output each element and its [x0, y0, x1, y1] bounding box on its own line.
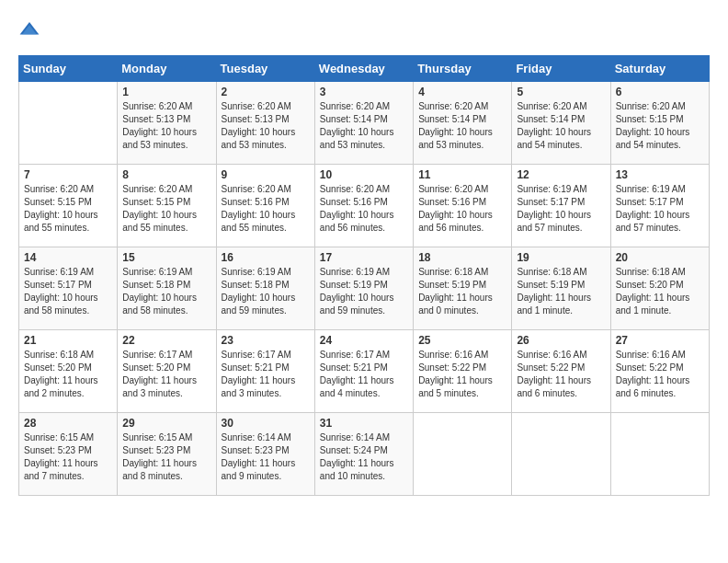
day-number: 27 — [616, 334, 704, 347]
calendar-cell: 11Sunrise: 6:20 AM Sunset: 5:16 PM Dayli… — [414, 165, 512, 247]
header-day: Friday — [512, 56, 610, 82]
day-info: Sunrise: 6:19 AM Sunset: 5:19 PM Dayligh… — [320, 266, 408, 317]
day-number: 1 — [122, 86, 210, 98]
header-row: SundayMondayTuesdayWednesdayThursdayFrid… — [19, 56, 710, 82]
day-info: Sunrise: 6:15 AM Sunset: 5:23 PM Dayligh… — [122, 431, 210, 483]
day-info: Sunrise: 6:19 AM Sunset: 5:18 PM Dayligh… — [222, 266, 310, 317]
header-day: Sunday — [19, 56, 118, 82]
day-info: Sunrise: 6:16 AM Sunset: 5:22 PM Dayligh… — [418, 349, 506, 400]
calendar-cell: 23Sunrise: 6:17 AM Sunset: 5:21 PM Dayli… — [216, 330, 314, 413]
day-info: Sunrise: 6:20 AM Sunset: 5:13 PM Dayligh… — [122, 100, 210, 152]
calendar-week-row: 7Sunrise: 6:20 AM Sunset: 5:15 PM Daylig… — [19, 165, 710, 247]
calendar-cell: 13Sunrise: 6:19 AM Sunset: 5:17 PM Dayli… — [610, 165, 709, 247]
day-info: Sunrise: 6:20 AM Sunset: 5:13 PM Dayligh… — [222, 100, 310, 152]
calendar-cell: 26Sunrise: 6:16 AM Sunset: 5:22 PM Dayli… — [512, 330, 610, 413]
day-info: Sunrise: 6:16 AM Sunset: 5:22 PM Dayligh… — [616, 349, 704, 400]
day-info: Sunrise: 6:20 AM Sunset: 5:16 PM Dayligh… — [320, 183, 408, 235]
calendar-cell: 3Sunrise: 6:20 AM Sunset: 5:14 PM Daylig… — [314, 82, 413, 165]
day-info: Sunrise: 6:20 AM Sunset: 5:16 PM Dayligh… — [418, 183, 506, 235]
calendar-cell: 20Sunrise: 6:18 AM Sunset: 5:20 PM Dayli… — [610, 247, 709, 330]
day-number: 22 — [122, 334, 210, 347]
day-number: 3 — [320, 86, 408, 98]
calendar-week-row: 14Sunrise: 6:19 AM Sunset: 5:17 PM Dayli… — [19, 247, 710, 330]
calendar-cell: 14Sunrise: 6:19 AM Sunset: 5:17 PM Dayli… — [19, 247, 118, 330]
calendar-cell — [610, 413, 709, 496]
day-number: 9 — [222, 168, 310, 181]
day-number: 2 — [222, 86, 310, 98]
calendar-cell — [414, 413, 512, 496]
calendar-table: SundayMondayTuesdayWednesdayThursdayFrid… — [18, 55, 710, 496]
day-info: Sunrise: 6:18 AM Sunset: 5:19 PM Dayligh… — [517, 266, 605, 317]
calendar-cell: 9Sunrise: 6:20 AM Sunset: 5:16 PM Daylig… — [216, 165, 314, 247]
day-number: 10 — [320, 168, 408, 181]
day-info: Sunrise: 6:19 AM Sunset: 5:17 PM Dayligh… — [517, 183, 605, 235]
page-header — [18, 18, 710, 40]
day-info: Sunrise: 6:18 AM Sunset: 5:20 PM Dayligh… — [24, 349, 112, 400]
day-number: 23 — [222, 334, 310, 347]
day-info: Sunrise: 6:20 AM Sunset: 5:14 PM Dayligh… — [418, 100, 506, 152]
calendar-cell: 12Sunrise: 6:19 AM Sunset: 5:17 PM Dayli… — [512, 165, 610, 247]
day-number: 6 — [616, 86, 704, 98]
calendar-cell: 16Sunrise: 6:19 AM Sunset: 5:18 PM Dayli… — [216, 247, 314, 330]
calendar-cell: 15Sunrise: 6:19 AM Sunset: 5:18 PM Dayli… — [118, 247, 216, 330]
calendar-cell: 2Sunrise: 6:20 AM Sunset: 5:13 PM Daylig… — [216, 82, 314, 165]
day-info: Sunrise: 6:17 AM Sunset: 5:21 PM Dayligh… — [222, 349, 310, 400]
day-number: 5 — [517, 86, 605, 98]
calendar-cell: 6Sunrise: 6:20 AM Sunset: 5:15 PM Daylig… — [610, 82, 709, 165]
calendar-cell — [512, 413, 610, 496]
calendar-cell: 22Sunrise: 6:17 AM Sunset: 5:20 PM Dayli… — [118, 330, 216, 413]
calendar-cell: 7Sunrise: 6:20 AM Sunset: 5:15 PM Daylig… — [19, 165, 118, 247]
day-info: Sunrise: 6:14 AM Sunset: 5:23 PM Dayligh… — [222, 431, 310, 483]
day-info: Sunrise: 6:20 AM Sunset: 5:16 PM Dayligh… — [222, 183, 310, 235]
calendar-cell: 17Sunrise: 6:19 AM Sunset: 5:19 PM Dayli… — [314, 247, 413, 330]
day-number: 26 — [517, 334, 605, 347]
day-info: Sunrise: 6:18 AM Sunset: 5:19 PM Dayligh… — [418, 266, 506, 317]
day-info: Sunrise: 6:20 AM Sunset: 5:15 PM Dayligh… — [616, 100, 704, 152]
header-day: Thursday — [414, 56, 512, 82]
calendar-cell: 10Sunrise: 6:20 AM Sunset: 5:16 PM Dayli… — [314, 165, 413, 247]
day-number: 24 — [320, 334, 408, 347]
day-number: 7 — [24, 168, 112, 181]
calendar-cell: 1Sunrise: 6:20 AM Sunset: 5:13 PM Daylig… — [118, 82, 216, 165]
day-info: Sunrise: 6:18 AM Sunset: 5:20 PM Dayligh… — [616, 266, 704, 317]
day-info: Sunrise: 6:20 AM Sunset: 5:15 PM Dayligh… — [122, 183, 210, 235]
day-number: 31 — [320, 417, 408, 430]
day-info: Sunrise: 6:14 AM Sunset: 5:24 PM Dayligh… — [320, 431, 408, 483]
day-number: 19 — [517, 251, 605, 264]
calendar-cell: 29Sunrise: 6:15 AM Sunset: 5:23 PM Dayli… — [118, 413, 216, 496]
calendar-cell — [19, 82, 118, 165]
header-day: Saturday — [610, 56, 709, 82]
day-number: 13 — [616, 168, 704, 181]
header-day: Wednesday — [314, 56, 413, 82]
day-info: Sunrise: 6:19 AM Sunset: 5:17 PM Dayligh… — [24, 266, 112, 317]
day-number: 29 — [122, 417, 210, 430]
calendar-cell: 25Sunrise: 6:16 AM Sunset: 5:22 PM Dayli… — [414, 330, 512, 413]
day-info: Sunrise: 6:20 AM Sunset: 5:15 PM Dayligh… — [24, 183, 112, 235]
day-info: Sunrise: 6:19 AM Sunset: 5:17 PM Dayligh… — [616, 183, 704, 235]
day-number: 15 — [122, 251, 210, 264]
logo-icon — [18, 18, 40, 40]
day-info: Sunrise: 6:17 AM Sunset: 5:21 PM Dayligh… — [320, 349, 408, 400]
day-number: 18 — [418, 251, 506, 264]
calendar-cell: 8Sunrise: 6:20 AM Sunset: 5:15 PM Daylig… — [118, 165, 216, 247]
calendar-cell: 19Sunrise: 6:18 AM Sunset: 5:19 PM Dayli… — [512, 247, 610, 330]
day-info: Sunrise: 6:16 AM Sunset: 5:22 PM Dayligh… — [517, 349, 605, 400]
calendar-cell: 30Sunrise: 6:14 AM Sunset: 5:23 PM Dayli… — [216, 413, 314, 496]
calendar-week-row: 28Sunrise: 6:15 AM Sunset: 5:23 PM Dayli… — [19, 413, 710, 496]
calendar-cell: 28Sunrise: 6:15 AM Sunset: 5:23 PM Dayli… — [19, 413, 118, 496]
day-number: 12 — [517, 168, 605, 181]
calendar-cell: 21Sunrise: 6:18 AM Sunset: 5:20 PM Dayli… — [19, 330, 118, 413]
calendar-week-row: 21Sunrise: 6:18 AM Sunset: 5:20 PM Dayli… — [19, 330, 710, 413]
calendar-cell: 24Sunrise: 6:17 AM Sunset: 5:21 PM Dayli… — [314, 330, 413, 413]
day-number: 21 — [24, 334, 112, 347]
header-day: Tuesday — [216, 56, 314, 82]
calendar-cell: 4Sunrise: 6:20 AM Sunset: 5:14 PM Daylig… — [414, 82, 512, 165]
calendar-week-row: 1Sunrise: 6:20 AM Sunset: 5:13 PM Daylig… — [19, 82, 710, 165]
header-day: Monday — [118, 56, 216, 82]
calendar-cell: 18Sunrise: 6:18 AM Sunset: 5:19 PM Dayli… — [414, 247, 512, 330]
day-number: 17 — [320, 251, 408, 264]
day-number: 25 — [418, 334, 506, 347]
day-info: Sunrise: 6:19 AM Sunset: 5:18 PM Dayligh… — [122, 266, 210, 317]
logo — [18, 18, 44, 40]
day-number: 16 — [222, 251, 310, 264]
